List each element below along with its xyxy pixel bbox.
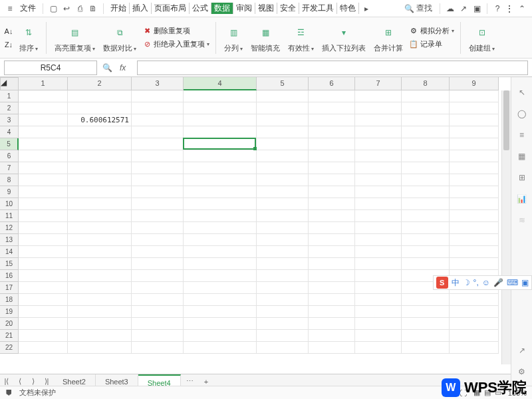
tab-开发工具[interactable]: 开发工具 (299, 3, 337, 14)
cell[interactable] (257, 126, 309, 138)
create-group-button[interactable]: ⊡ 创建组 (467, 23, 497, 53)
cell[interactable] (309, 318, 355, 330)
undo-icon[interactable]: ↩ (61, 3, 72, 15)
cell[interactable] (355, 186, 402, 198)
cell[interactable] (257, 102, 309, 114)
sheet-nav-next[interactable]: ⟩ (27, 377, 40, 386)
cell[interactable] (68, 294, 132, 306)
row-header[interactable]: 14 (0, 246, 19, 258)
record-form-button[interactable]: 📋记录单 (409, 39, 454, 51)
cell[interactable] (450, 114, 499, 126)
cell[interactable] (257, 210, 309, 222)
save-icon[interactable]: ▢ (47, 3, 59, 15)
tab-公式[interactable]: 公式 (190, 3, 211, 14)
row-header[interactable]: 4 (0, 126, 19, 138)
cell[interactable] (355, 342, 402, 354)
table-icon[interactable]: ▦ (516, 150, 528, 162)
cell[interactable] (257, 186, 309, 198)
cell[interactable] (184, 162, 257, 174)
cell[interactable] (132, 342, 184, 354)
cell[interactable] (402, 150, 450, 162)
cell[interactable] (19, 246, 68, 258)
cell[interactable] (309, 102, 355, 114)
cell[interactable] (132, 114, 184, 126)
cell[interactable] (257, 258, 309, 270)
cell[interactable] (68, 318, 132, 330)
cell[interactable] (132, 210, 184, 222)
cell[interactable] (402, 306, 450, 318)
col-header[interactable]: 6 (309, 77, 355, 90)
cell[interactable] (450, 330, 499, 342)
cell[interactable] (309, 294, 355, 306)
preview-icon[interactable]: 🗎 (87, 3, 99, 15)
cell[interactable] (257, 330, 309, 342)
tab-数据[interactable]: 数据 (211, 3, 233, 14)
row-header[interactable]: 16 (0, 270, 19, 282)
cell[interactable] (450, 294, 499, 306)
cell[interactable] (184, 186, 257, 198)
cell[interactable] (450, 186, 499, 198)
cell[interactable] (132, 150, 184, 162)
cell[interactable] (68, 234, 132, 246)
row-header[interactable]: 20 (0, 318, 19, 330)
cell[interactable] (402, 198, 450, 210)
row-header[interactable]: 21 (0, 330, 19, 342)
cell[interactable] (402, 186, 450, 198)
cell[interactable] (19, 162, 68, 174)
cell[interactable] (132, 90, 184, 102)
data-compare-button[interactable]: ⧉ 数据对比 (101, 23, 138, 53)
cell[interactable] (68, 246, 132, 258)
cell[interactable] (309, 234, 355, 246)
cell[interactable] (402, 90, 450, 102)
row-header[interactable]: 11 (0, 210, 19, 222)
cell[interactable] (402, 126, 450, 138)
cell[interactable] (19, 126, 68, 138)
cell[interactable] (19, 282, 68, 294)
cell[interactable] (257, 162, 309, 174)
cell[interactable] (355, 294, 402, 306)
tab-视图[interactable]: 视图 (255, 3, 277, 14)
cell[interactable] (184, 90, 257, 102)
cell[interactable] (309, 90, 355, 102)
cell[interactable] (184, 318, 257, 330)
vertical-scrollbar[interactable] (501, 90, 511, 364)
cell[interactable] (257, 138, 309, 150)
cell[interactable] (184, 330, 257, 342)
cursor-icon[interactable]: ↖ (516, 86, 528, 98)
cell[interactable] (450, 258, 499, 270)
cell[interactable] (257, 174, 309, 186)
cell[interactable] (184, 270, 257, 282)
cell[interactable] (132, 102, 184, 114)
cell[interactable] (184, 102, 257, 114)
filter-icon[interactable]: ≋ (516, 214, 528, 226)
cell[interactable] (309, 222, 355, 234)
name-box[interactable]: R5C4 (4, 61, 97, 75)
sort-button[interactable]: ⇅ 排序 (17, 23, 40, 53)
ime-skin-icon[interactable]: ▣ (521, 278, 529, 287)
cell[interactable]: 0.600612571 (68, 114, 132, 126)
cell[interactable] (402, 246, 450, 258)
cell[interactable] (309, 114, 355, 126)
cell[interactable] (184, 138, 257, 150)
cell[interactable] (68, 138, 132, 150)
col-header[interactable]: 4 (184, 77, 257, 90)
cell[interactable] (132, 306, 184, 318)
cell[interactable] (355, 210, 402, 222)
cell[interactable] (309, 258, 355, 270)
cell[interactable] (132, 282, 184, 294)
collapse-ribbon-icon[interactable]: ⌃ (516, 3, 528, 15)
settings-icon[interactable]: ⚙ (516, 366, 528, 378)
cell[interactable] (355, 174, 402, 186)
cell[interactable] (184, 294, 257, 306)
sheet-nav-last[interactable]: ⟩| (40, 377, 53, 386)
cell[interactable] (355, 198, 402, 210)
cell[interactable] (355, 306, 402, 318)
cell[interactable] (402, 258, 450, 270)
cell[interactable] (132, 138, 184, 150)
cell[interactable] (257, 294, 309, 306)
cell[interactable] (184, 234, 257, 246)
cell[interactable] (68, 258, 132, 270)
cell[interactable] (450, 246, 499, 258)
row-header[interactable]: 15 (0, 258, 19, 270)
row-header[interactable]: 19 (0, 306, 19, 318)
